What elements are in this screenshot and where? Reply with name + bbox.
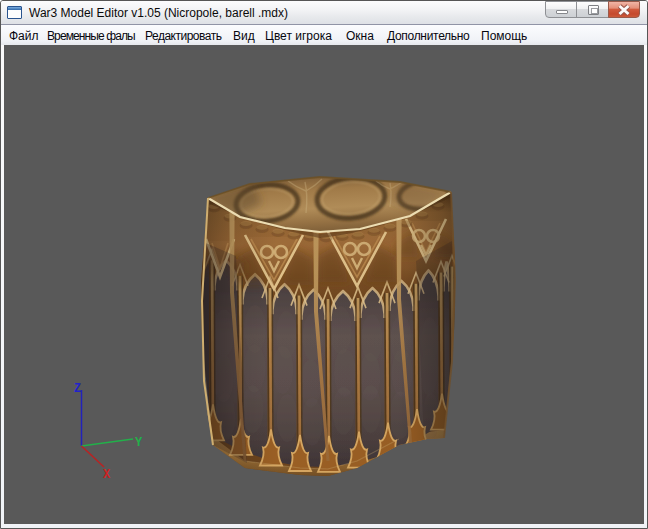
svg-text:Y: Y: [135, 436, 143, 450]
svg-text:X: X: [103, 468, 111, 482]
svg-text:Z: Z: [74, 382, 81, 396]
